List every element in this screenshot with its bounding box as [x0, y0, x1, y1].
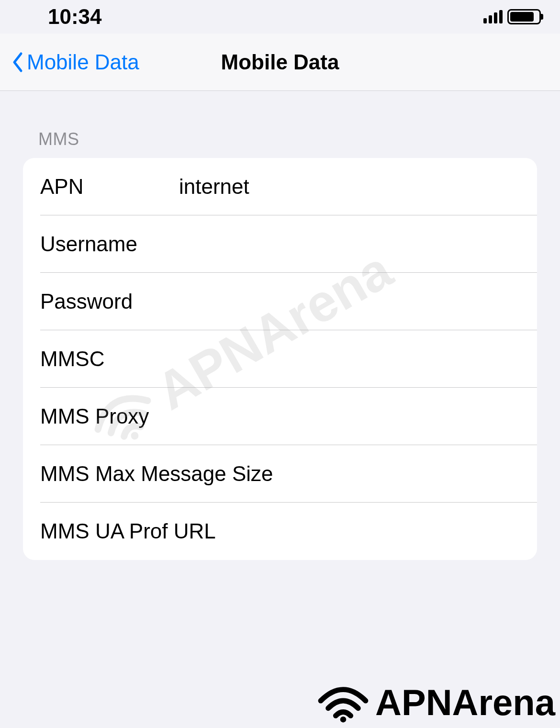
- mmsc-row[interactable]: MMSC: [23, 330, 537, 388]
- apn-row[interactable]: APN: [23, 158, 537, 215]
- cellular-signal-icon: [483, 10, 503, 23]
- username-row[interactable]: Username: [23, 215, 537, 273]
- back-label: Mobile Data: [27, 50, 139, 74]
- status-indicators: [483, 9, 541, 24]
- section-header-mms: MMS: [23, 129, 537, 158]
- wifi-icon: [317, 682, 370, 723]
- battery-icon: [507, 9, 541, 24]
- navigation-bar: Mobile Data Mobile Data: [0, 34, 560, 91]
- watermark-bottom-text: APNArena: [375, 682, 555, 723]
- apn-label: APN: [40, 175, 179, 199]
- status-bar: 10:34: [0, 0, 560, 34]
- mms-max-size-row[interactable]: MMS Max Message Size: [23, 445, 537, 503]
- username-label: Username: [40, 232, 179, 256]
- content-area: MMS APN Username Password MMSC MMS Proxy: [0, 91, 560, 560]
- status-time: 10:34: [48, 5, 102, 29]
- password-input[interactable]: [179, 290, 537, 314]
- mms-settings-group: APN Username Password MMSC MMS Proxy MMS…: [23, 158, 537, 560]
- mms-ua-prof-row[interactable]: MMS UA Prof URL: [23, 503, 537, 560]
- chevron-left-icon: [11, 52, 23, 73]
- mms-ua-prof-input[interactable]: [216, 519, 537, 543]
- mmsc-label: MMSC: [40, 347, 179, 371]
- mmsc-input[interactable]: [179, 347, 537, 371]
- mms-proxy-row[interactable]: MMS Proxy: [23, 388, 537, 445]
- page-title: Mobile Data: [221, 50, 339, 74]
- mms-proxy-input[interactable]: [179, 404, 537, 428]
- password-row[interactable]: Password: [23, 273, 537, 330]
- mms-max-size-label: MMS Max Message Size: [40, 462, 273, 486]
- back-button[interactable]: Mobile Data: [0, 50, 139, 74]
- password-label: Password: [40, 290, 179, 314]
- svg-point-1: [340, 716, 347, 722]
- apn-input[interactable]: [179, 175, 537, 199]
- mms-ua-prof-label: MMS UA Prof URL: [40, 519, 216, 543]
- mms-proxy-label: MMS Proxy: [40, 404, 179, 428]
- username-input[interactable]: [179, 232, 537, 256]
- watermark-bottom: APNArena: [317, 682, 555, 723]
- mms-max-size-input[interactable]: [273, 462, 537, 486]
